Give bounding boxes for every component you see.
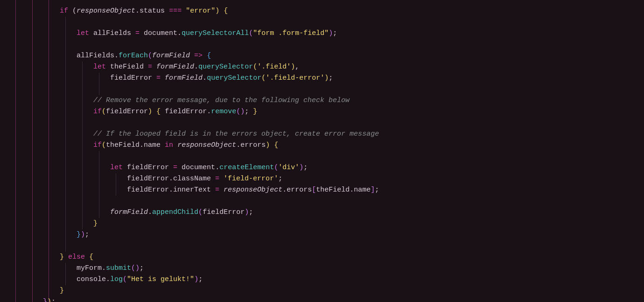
code-line[interactable]: // Remove the error message, due to the … bbox=[9, 95, 644, 106]
code-line[interactable]: myForm.submit(); bbox=[9, 263, 644, 274]
code-line[interactable]: formField.appendChild(fieldError); bbox=[9, 207, 644, 218]
code-line[interactable]: allFields.forEach(formField => { bbox=[9, 50, 644, 62]
code-line[interactable]: // If the looped field is in the errors … bbox=[9, 129, 644, 140]
code-line[interactable]: let allFields = document.querySelectorAl… bbox=[9, 28, 644, 39]
code-line[interactable]: }); bbox=[9, 229, 644, 240]
code-area[interactable]: if (responseObject.status === "error") {… bbox=[9, 0, 644, 302]
code-line[interactable] bbox=[9, 117, 644, 129]
code-line[interactable]: fieldError.innerText = responseObject.er… bbox=[9, 185, 644, 196]
code-line[interactable]: let fieldError = document.createElement(… bbox=[9, 162, 644, 173]
code-line[interactable] bbox=[9, 151, 644, 162]
code-line[interactable]: console.log("Het is gelukt!"); bbox=[9, 274, 644, 285]
code-line[interactable]: fieldError = formField.querySelector('.f… bbox=[9, 73, 644, 84]
code-line[interactable]: } else { bbox=[9, 252, 644, 263]
code-line[interactable]: fieldError.className = 'field-error'; bbox=[9, 173, 644, 185]
code-line[interactable]: if (responseObject.status === "error") { bbox=[9, 6, 644, 17]
code-line[interactable]: }); bbox=[9, 296, 644, 302]
code-line[interactable]: let theField = formField.querySelector('… bbox=[9, 62, 644, 73]
code-line[interactable]: } bbox=[9, 285, 644, 296]
code-line[interactable] bbox=[9, 196, 644, 207]
code-line[interactable]: if(theField.name in responseObject.error… bbox=[9, 140, 644, 151]
code-line[interactable] bbox=[9, 39, 644, 50]
code-line[interactable]: if(fieldError) { fieldError.remove(); } bbox=[9, 106, 644, 117]
code-line[interactable] bbox=[9, 84, 644, 95]
gutter bbox=[0, 0, 9, 302]
code-editor[interactable]: if (responseObject.status === "error") {… bbox=[0, 0, 644, 302]
code-line[interactable] bbox=[9, 17, 644, 28]
code-line[interactable]: } bbox=[9, 218, 644, 229]
code-line[interactable] bbox=[9, 240, 644, 252]
